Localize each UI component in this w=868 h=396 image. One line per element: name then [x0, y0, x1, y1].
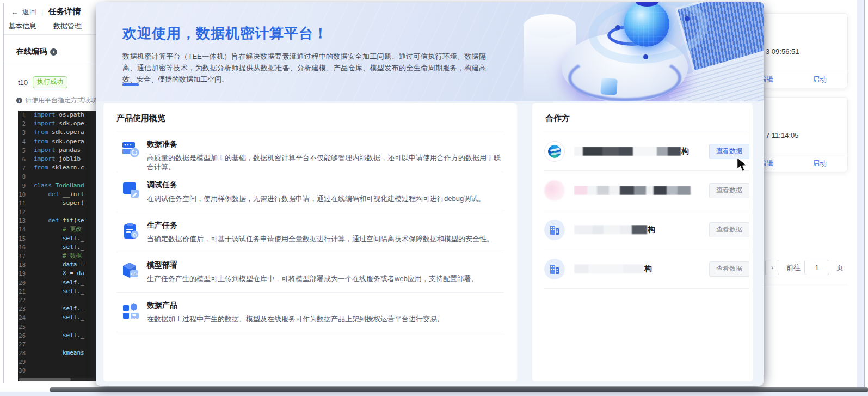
overview-item-desc: 生产任务产生的模型可上传到模型仓库中，可将模型部署成为一个在线服务或者web应用… [147, 274, 478, 283]
overview-item-title: 生产任务 [147, 221, 494, 230]
code-line: 17 # 数据 [18, 252, 96, 260]
task-tabs: 基本信息 数据管理 [8, 21, 82, 31]
hero-illustration-cube [600, 78, 618, 95]
task-detail-panel: ← 返回 | 任务详情 基本信息 数据管理 在线编码 i t10 执行成功 i … [4, 0, 96, 387]
page-input[interactable] [804, 260, 829, 275]
view-data-button[interactable]: 查看数据 [709, 222, 749, 237]
code-line: 25 [18, 322, 96, 331]
partners-card-title: 合作方 [545, 113, 570, 124]
hero-accent-dash [122, 83, 139, 86]
platform-note: 请使用平台指定方式读取数据 [25, 96, 96, 105]
window-bottom-shadow [50, 387, 868, 392]
overview-item: </>模型部署生产任务产生的模型可上传到模型仓库中，可将模型部署成为一个在线服务… [116, 252, 504, 293]
code-line: 19 X = da [18, 269, 96, 278]
page-unit-label: 页 [836, 263, 844, 273]
code-line: 30 [18, 366, 96, 375]
view-data-button[interactable]: 查看数据 [709, 261, 749, 277]
code-line: 18 data = [18, 260, 96, 269]
code-line: 6import joblib [18, 155, 96, 163]
data-prepare-icon [122, 141, 140, 161]
page-title: 任务详情 [48, 7, 81, 17]
partner-row: 构查看数据 [544, 132, 749, 171]
code-line: 23 self._ [18, 304, 96, 313]
window-right-border [864, 0, 865, 390]
overview-item-title: 数据准备 [147, 139, 501, 149]
hero-illustration-dot [643, 54, 648, 59]
production-task-icon: ⚙ [122, 222, 140, 242]
section-title-online-coding: 在线编码 [16, 47, 47, 57]
hero-banner: 欢迎使用，数据机密计算平台！ 数据机密计算平台（TEE一体机）旨在解决数据要素流… [96, 2, 764, 101]
code-line: 8 [18, 172, 96, 181]
code-line: 20 self._ [18, 278, 96, 287]
hero-illustration-dot [615, 25, 620, 30]
tabs-divider [4, 34, 96, 35]
code-line: 11 super( [18, 199, 96, 208]
code-line: 10 def __init [18, 190, 96, 199]
status-badge: 执行成功 [33, 76, 67, 88]
note-info-icon: i [16, 98, 22, 103]
mouse-cursor [736, 157, 748, 172]
back-arrow-icon[interactable]: ← [11, 7, 19, 16]
code-line: 7from sklearn.c [18, 163, 96, 172]
overview-item-title: 调试任务 [147, 180, 485, 190]
welcome-description: 数据机密计算平台（TEE一体机）旨在解决数据要素流通过程中的数据安全加工问题。通… [122, 51, 486, 85]
partner-name-redacted [574, 186, 709, 195]
start-link[interactable]: 启动 [812, 159, 827, 168]
breadcrumb-separator: | [41, 8, 43, 16]
code-line: 22 [18, 296, 96, 304]
partner-name-redacted: 构 [574, 147, 709, 156]
section-divider [4, 63, 96, 63]
code-line: 21 self._ [18, 287, 96, 296]
partners-card: 合作方 构查看数据查看数据构查看数据构查看数据 [532, 103, 753, 381]
code-line: 12 [18, 208, 96, 216]
next-page-button[interactable]: › [765, 260, 779, 275]
task-timestamp: 3 09:56:51 [766, 47, 799, 56]
partner-row: 查看数据 [544, 171, 749, 210]
overview-card-title: 产品使用概览 [116, 113, 165, 124]
view-data-button[interactable]: 查看数据 [709, 183, 749, 198]
overview-item-title: 模型部署 [147, 260, 478, 270]
editor-hscrollbar[interactable] [19, 378, 95, 381]
start-link[interactable]: 启动 [812, 75, 827, 84]
code-line: 29 [18, 357, 96, 366]
overview-item-desc: 高质量的数据是模型加工的基础，数据机密计算平台不仅能够管理内部数据，还可以申请使… [147, 153, 501, 172]
tab-basic-info[interactable]: 基本信息 [8, 21, 36, 31]
job-id: t10 [18, 78, 28, 87]
code-line: 2import sdk.ope [18, 119, 96, 128]
overview-item-desc: 当确定数据价值后，可基于调试任务申请使用全量数据进行计算，通过空间隔离技术保障数… [147, 234, 494, 243]
code-line: 14 # 更改 [18, 225, 96, 234]
code-line: 1import os.path [18, 111, 96, 119]
partner-row: 构查看数据 [544, 249, 749, 289]
window-right-strip [857, 0, 864, 392]
welcome-title: 欢迎使用，数据机密计算平台！ [122, 24, 328, 43]
code-line: 4from sdk.opera [18, 137, 96, 146]
model-deploy-icon: </> [122, 261, 140, 282]
goto-label: 前往 [786, 263, 801, 273]
overview-item: ⚙生产任务当确定数据价值后，可基于调试任务申请使用全量数据进行计算，通过空间隔离… [116, 212, 504, 253]
partners-title-divider [543, 131, 748, 131]
overview-item-title: 数据产品 [147, 301, 444, 310]
back-button[interactable]: 返回 [22, 7, 36, 17]
svg-text:⚙: ⚙ [132, 231, 137, 237]
code-line: 13 def fit(se [18, 216, 96, 225]
overview-item: 调试任务在调试任务空间，使用样例数据，无需进行数据申请，通过在线编码和可视化建模… [116, 172, 504, 212]
tab-data-management[interactable]: 数据管理 [53, 21, 82, 31]
view-data-button[interactable]: 查看数据 [709, 144, 749, 159]
code-line: 26 self._ [18, 331, 96, 340]
hero-illustration-dot [685, 16, 690, 21]
code-line: 5import pandas [18, 146, 96, 155]
window-bottom-strip [0, 392, 868, 396]
overview-item-desc: 在数据加工过程中产生的数据、模型及在线服务可作为数据产品上架到授权运营平台进行交… [147, 314, 444, 324]
code-line: 27 [18, 340, 96, 349]
partner-name-redacted: 构 [574, 264, 709, 274]
task-timestamp: 7 11:14:05 [766, 131, 798, 139]
overview-item: 数据产品在数据加工过程中产生的数据、模型及在线服务可作为数据产品上架到授权运营平… [116, 293, 504, 333]
partner-globe-avatar [544, 141, 565, 162]
overview-item: 数据准备高质量的数据是模型加工的基础，数据机密计算平台不仅能够管理内部数据，还可… [116, 131, 504, 172]
welcome-modal: 欢迎使用，数据机密计算平台！ 数据机密计算平台（TEE一体机）旨在解决数据要素流… [96, 2, 764, 386]
partner-row: 构查看数据 [544, 210, 749, 249]
window-left-border [3, 3, 4, 383]
code-line: 3from sdk.opera [18, 128, 96, 137]
debug-task-icon [122, 181, 140, 202]
code-editor[interactable]: 1import os.path2import sdk.ope3from sdk.… [18, 111, 96, 381]
